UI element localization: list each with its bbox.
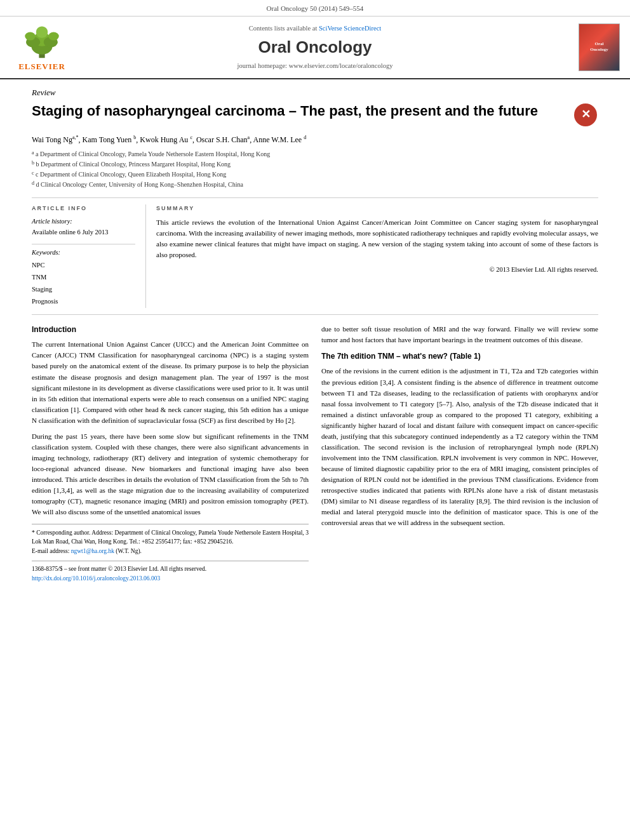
- summary-box: SUMMARY This article reviews the evoluti…: [146, 204, 598, 308]
- authors-line: Wai Tong Nga,*, Kam Tong Yuen b, Kwok Hu…: [32, 134, 598, 145]
- article-info-heading: ARTICLE INFO: [32, 204, 135, 213]
- email-link[interactable]: ngwt1@ha.org.hk: [71, 548, 114, 554]
- svg-point-6: [25, 32, 36, 41]
- left-column: Introduction The current International U…: [32, 324, 309, 583]
- journal-title: Oral Oncology: [74, 36, 556, 58]
- affiliation-d: d d Clinical Oncology Center, University…: [32, 180, 598, 190]
- article-title: Staging of nasopharyngeal carcinoma – Th…: [32, 102, 573, 121]
- info-summary-row: ARTICLE INFO Article history: Available …: [32, 197, 598, 315]
- intro-heading: Introduction: [32, 324, 309, 336]
- elsevier-logo-area: ELSEVIER: [10, 22, 74, 72]
- affiliations: a a Department of Clinical Oncology, Pam…: [32, 149, 598, 190]
- doi-link[interactable]: http://dx.doi.org/10.1016/j.oraloncology…: [32, 575, 160, 582]
- keyword-tnm: TNM: [32, 272, 135, 284]
- journal-header-center: Contents lists available at SciVerse Sci…: [74, 24, 556, 71]
- history-value: Available online 6 July 2013: [32, 228, 135, 237]
- crossmark-icon: ✕: [574, 103, 597, 126]
- sciverse-line: Contents lists available at SciVerse Sci…: [74, 24, 556, 34]
- affiliation-a: a a Department of Clinical Oncology, Pam…: [32, 149, 598, 159]
- right-column: due to better soft tissue resolution of …: [321, 324, 598, 583]
- svg-point-3: [36, 27, 48, 38]
- right-intro-para1: due to better soft tissue resolution of …: [321, 324, 598, 345]
- intro-para2: During the past 15 years, there have bee…: [32, 431, 309, 517]
- elsevier-brand-text: ELSEVIER: [18, 61, 65, 72]
- corresponding-author-note: * Corresponding author. Address: Departm…: [32, 528, 309, 547]
- authors-text: Wai Tong Nga,*, Kam Tong Yuen b, Kwok Hu…: [32, 134, 598, 145]
- email-suffix: (W.T. Ng).: [116, 548, 142, 554]
- body-columns: Introduction The current International U…: [32, 324, 598, 583]
- keyword-prognosis: Prognosis: [32, 296, 135, 308]
- footer-notes: * Corresponding author. Address: Departm…: [32, 524, 309, 556]
- sciverse-link[interactable]: SciVerse ScienceDirect: [319, 25, 381, 32]
- journal-homepage: journal homepage: www.elsevier.com/locat…: [74, 62, 556, 71]
- issn-line: 1368-8375/$ – see front matter © 2013 El…: [32, 564, 309, 574]
- doi-line: http://dx.doi.org/10.1016/j.oraloncology…: [32, 574, 309, 583]
- affiliation-b: b b Department of Clinical Oncology, Pri…: [32, 159, 598, 170]
- keyword-npc: NPC: [32, 260, 135, 272]
- journal-cover-thumbnail: OralOncology: [579, 23, 620, 71]
- elsevier-logo: ELSEVIER: [10, 22, 74, 72]
- page-footer: 1368-8375/$ – see front matter © 2013 El…: [32, 561, 309, 583]
- crossmark-area: ✕: [573, 102, 598, 128]
- keywords-label: Keywords:: [32, 248, 135, 258]
- article-content: Review Staging of nasopharyngeal carcino…: [0, 79, 630, 596]
- keywords-list: NPC TNM Staging Prognosis: [32, 260, 135, 308]
- cover-label: OralOncology: [590, 41, 608, 54]
- intro-para1: The current International Union Against …: [32, 339, 309, 425]
- affiliation-c: c c Department of Clinical Oncology, Que…: [32, 170, 598, 180]
- article-info: ARTICLE INFO Article history: Available …: [32, 204, 146, 308]
- email-label: E-mail address:: [32, 548, 71, 554]
- journal-header: ELSEVIER Contents lists available at Sci…: [0, 17, 630, 79]
- summary-copyright: © 2013 Elsevier Ltd. All rights reserved…: [156, 265, 598, 275]
- article-type: Review: [32, 87, 598, 98]
- elsevier-tree-icon: [20, 22, 64, 60]
- volume-text: Oral Oncology 50 (2014) 549–554: [267, 4, 364, 12]
- keyword-staging: Staging: [32, 284, 135, 296]
- section2-heading: The 7th edition TNM – what's new? (Table…: [321, 350, 598, 363]
- email-note: E-mail address: ngwt1@ha.org.hk (W.T. Ng…: [32, 547, 309, 556]
- journal-volume-info: Oral Oncology 50 (2014) 549–554: [0, 0, 630, 17]
- journal-cover-area: OralOncology: [556, 23, 620, 71]
- right-para2: One of the revisions in the current edit…: [321, 366, 598, 528]
- svg-point-7: [48, 32, 59, 41]
- summary-text: This article reviews the evolution of th…: [156, 217, 598, 260]
- summary-heading: SUMMARY: [156, 204, 598, 213]
- history-label: Article history:: [32, 217, 135, 227]
- page: Oral Oncology 50 (2014) 549–554 ELSEVIER: [0, 0, 630, 840]
